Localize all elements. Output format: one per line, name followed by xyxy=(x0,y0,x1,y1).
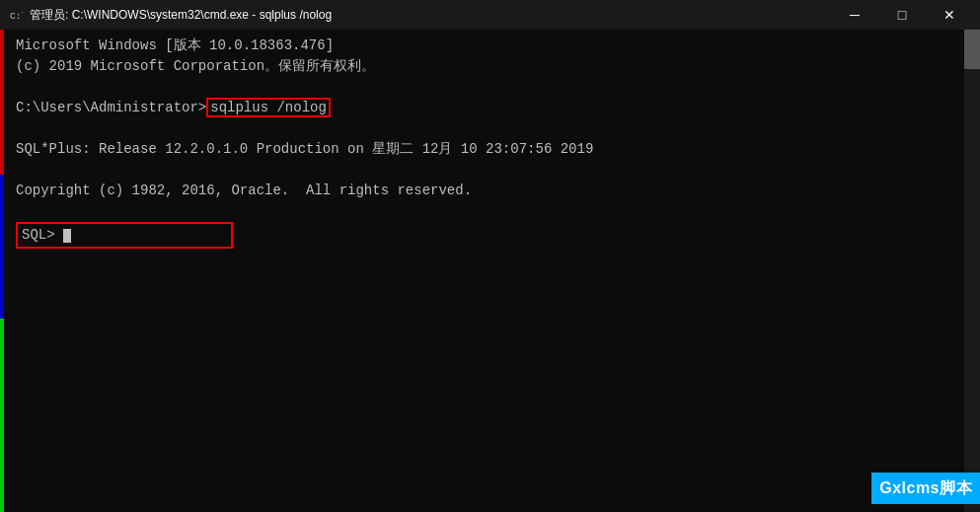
close-button[interactable]: ✕ xyxy=(927,0,972,30)
terminal-line-5: SQL*Plus: Release 12.2.0.1.0 Production … xyxy=(16,139,972,160)
title-bar: C:\ 管理员: C:\WINDOWS\system32\cmd.exe - s… xyxy=(0,0,980,30)
terminal-line-7 xyxy=(16,201,972,222)
terminal-line-4 xyxy=(16,118,972,139)
left-color-bar xyxy=(0,30,4,512)
terminal-line-6 xyxy=(16,160,972,181)
terminal-line-1: Microsoft Windows [版本 10.0.18363.476] xyxy=(16,36,972,56)
watermark: Gxlcms脚本 xyxy=(871,473,980,504)
scrollbar-thumb[interactable] xyxy=(964,30,980,69)
title-bar-text: 管理员: C:\WINDOWS\system32\cmd.exe - sqlpl… xyxy=(30,7,332,24)
cursor xyxy=(63,229,71,243)
sql-prompt-text: SQL> xyxy=(22,227,63,243)
copyright-line: Copyright (c) 1982, 2016, Oracle. All ri… xyxy=(16,181,972,201)
prompt-1: C:\Users\Administrator> xyxy=(16,100,206,115)
title-bar-left: C:\ 管理员: C:\WINDOWS\system32\cmd.exe - s… xyxy=(8,7,332,24)
terminal-line-2: (c) 2019 Microsoft Corporation。保留所有权利。 xyxy=(16,56,972,77)
minimize-button[interactable]: ─ xyxy=(832,0,877,30)
terminal-window[interactable]: Microsoft Windows [版本 10.0.18363.476] (c… xyxy=(0,30,980,512)
maximize-button[interactable]: □ xyxy=(879,0,925,30)
command-highlight: sqlplus /nolog xyxy=(206,98,331,117)
sql-prompt-line: SQL> xyxy=(16,222,972,249)
cmd-icon: C:\ xyxy=(8,7,24,23)
scrollbar[interactable] xyxy=(964,30,980,512)
window-controls: ─ □ ✕ xyxy=(832,0,972,30)
svg-text:C:\: C:\ xyxy=(10,11,23,22)
terminal-command-line: C:\Users\Administrator>sqlplus /nolog xyxy=(16,98,972,118)
terminal-line-3 xyxy=(16,77,972,98)
sql-prompt-box: SQL> xyxy=(16,222,233,249)
